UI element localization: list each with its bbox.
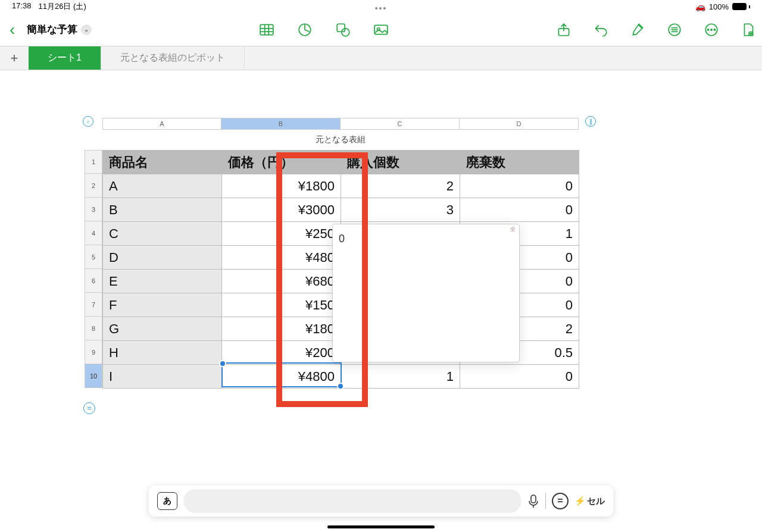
- bolt-icon: ⚡: [574, 496, 586, 506]
- header-qty[interactable]: 購入個数: [341, 151, 460, 174]
- cell-waste[interactable]: 0: [460, 365, 579, 389]
- undo-icon[interactable]: [593, 22, 608, 37]
- multitask-dots-icon[interactable]: •••: [375, 4, 388, 13]
- table-row: B¥300030: [103, 198, 579, 222]
- col-header-a[interactable]: A: [102, 118, 221, 130]
- column-headers: A B C D: [102, 118, 579, 130]
- spreadsheet[interactable]: ○ ‖ A B C D 元となる表組 1 2 3 4 5 6 7 8 9 10: [85, 118, 579, 389]
- back-button[interactable]: ‹: [6, 20, 18, 39]
- col-header-b[interactable]: B: [221, 118, 341, 130]
- cell-price[interactable]: ¥150: [222, 293, 341, 317]
- share-icon[interactable]: [556, 22, 572, 37]
- svg-rect-8: [374, 25, 388, 34]
- battery-icon: [732, 3, 750, 10]
- cell-name[interactable]: D: [103, 246, 222, 270]
- header-name[interactable]: 商品名: [103, 151, 222, 174]
- media-icon[interactable]: [373, 22, 389, 37]
- header-waste[interactable]: 廃棄数: [460, 151, 579, 174]
- doc-title-text: 簡単な予算: [27, 23, 77, 36]
- svg-point-17: [711, 29, 712, 30]
- row-header-3[interactable]: 3: [85, 198, 102, 221]
- cell-qty[interactable]: 1: [341, 365, 460, 389]
- svg-point-18: [714, 29, 715, 30]
- cell-price[interactable]: ¥4800: [222, 365, 341, 389]
- row-headers: 1 2 3 4 5 6 7 8 9 10: [85, 150, 102, 389]
- col-header-c[interactable]: C: [341, 118, 460, 130]
- table-row: A¥180020: [103, 174, 579, 198]
- add-sheet-button[interactable]: +: [0, 46, 29, 70]
- home-indicator[interactable]: [327, 525, 435, 528]
- mic-icon[interactable]: [527, 494, 539, 508]
- row-header-10[interactable]: 10: [85, 364, 102, 388]
- cell-name[interactable]: F: [103, 293, 222, 317]
- popup-value[interactable]: 0: [339, 233, 345, 245]
- row-header-8[interactable]: 8: [85, 317, 102, 340]
- keyboard-mode-button[interactable]: あ: [157, 492, 177, 510]
- cell-qty[interactable]: 3: [341, 198, 460, 222]
- sheet-tab-1[interactable]: 元となる表組のピボット: [101, 46, 245, 70]
- cell-name[interactable]: B: [103, 198, 222, 222]
- table-handle-add-row[interactable]: =: [83, 402, 95, 414]
- organize-icon[interactable]: [667, 22, 682, 37]
- row-header-1[interactable]: 1: [85, 150, 102, 174]
- toolbar: ‹ 簡単な予算 ⌄: [0, 13, 762, 46]
- chart-icon[interactable]: [297, 22, 313, 37]
- cell-name[interactable]: A: [103, 174, 222, 198]
- cell-price[interactable]: ¥250: [222, 222, 341, 246]
- cell-name[interactable]: H: [103, 341, 222, 365]
- popup-hint-icon: 全: [510, 226, 516, 233]
- battery-percent: 100%: [709, 2, 729, 11]
- status-bar: 17:38 11月26日 (土) ••• 🚗 100%: [0, 0, 762, 13]
- cell-button-label: セル: [587, 496, 605, 507]
- cell-price[interactable]: ¥200: [222, 341, 341, 365]
- header-price[interactable]: 価格（円）: [222, 151, 341, 174]
- cell-price[interactable]: ¥480: [222, 246, 341, 270]
- table-handle-origin[interactable]: ○: [83, 116, 93, 127]
- document-settings-icon[interactable]: [741, 22, 756, 37]
- cell-waste[interactable]: 0: [460, 174, 579, 198]
- header-row: 商品名 価格（円） 購入個数 廃棄数: [103, 151, 579, 174]
- table-title[interactable]: 元となる表組: [102, 130, 579, 150]
- cell-qty[interactable]: 2: [341, 174, 460, 198]
- cell-price[interactable]: ¥3000: [222, 198, 341, 222]
- autocomplete-popup[interactable]: 全 0: [332, 224, 520, 362]
- cell-waste[interactable]: 0: [460, 198, 579, 222]
- row-header-7[interactable]: 7: [85, 293, 102, 317]
- svg-rect-21: [531, 495, 536, 503]
- cell-name[interactable]: G: [103, 317, 222, 341]
- svg-point-16: [707, 29, 708, 30]
- insert-formula-button[interactable]: =: [552, 493, 569, 509]
- cell-name[interactable]: E: [103, 270, 222, 293]
- more-icon[interactable]: [704, 22, 719, 37]
- cell-name[interactable]: C: [103, 222, 222, 246]
- doc-title[interactable]: 簡単な予算 ⌄: [27, 23, 92, 36]
- shape-icon[interactable]: [335, 22, 351, 37]
- cell-price[interactable]: ¥1800: [222, 174, 341, 198]
- cell-price[interactable]: ¥680: [222, 270, 341, 293]
- chevron-down-icon: ⌄: [81, 24, 92, 35]
- sheet-tab-0[interactable]: シート1: [29, 46, 101, 70]
- svg-rect-0: [260, 24, 273, 35]
- row-header-5[interactable]: 5: [85, 245, 102, 269]
- format-brush-icon[interactable]: [630, 22, 645, 37]
- svg-point-7: [342, 28, 349, 36]
- col-header-d[interactable]: D: [460, 118, 579, 130]
- cell-reference-button[interactable]: ⚡ セル: [574, 496, 605, 507]
- row-header-6[interactable]: 6: [85, 269, 102, 293]
- row-header-2[interactable]: 2: [85, 174, 102, 198]
- status-time: 17:38: [12, 1, 32, 12]
- cell-price[interactable]: ¥180: [222, 317, 341, 341]
- svg-rect-6: [337, 24, 345, 32]
- cell-name[interactable]: I: [103, 365, 222, 389]
- table-icon[interactable]: [259, 22, 274, 37]
- sheet-tab-bar: + シート1 元となる表組のピボット: [0, 46, 762, 70]
- table-row: I¥480010: [103, 365, 579, 389]
- row-header-4[interactable]: 4: [85, 221, 102, 245]
- row-header-9[interactable]: 9: [85, 340, 102, 364]
- svg-point-20: [750, 33, 751, 34]
- formula-input[interactable]: [183, 489, 521, 513]
- divider: [545, 493, 546, 509]
- formula-bar: あ = ⚡ セル: [149, 486, 613, 517]
- driving-focus-icon: 🚗: [695, 2, 705, 11]
- table-handle-add-col[interactable]: ‖: [585, 116, 596, 127]
